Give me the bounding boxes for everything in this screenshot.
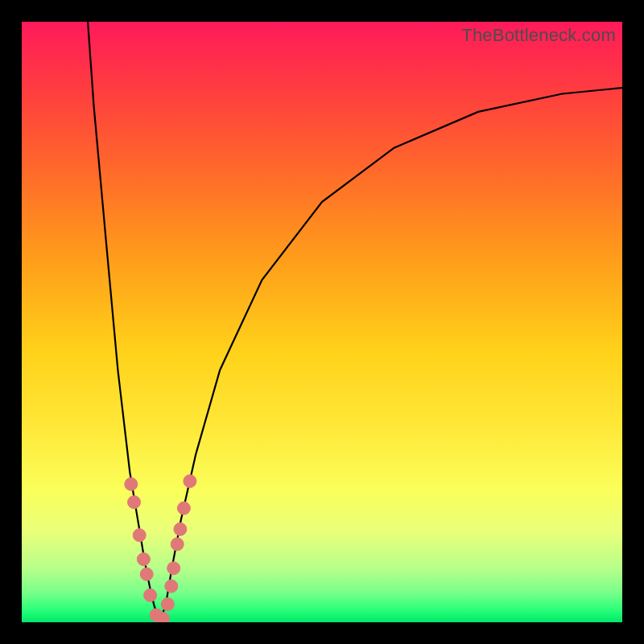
data-dot bbox=[174, 522, 187, 535]
data-dot bbox=[167, 562, 180, 575]
data-dots bbox=[125, 475, 196, 622]
right-branch-path bbox=[160, 88, 622, 622]
data-dot bbox=[128, 496, 141, 509]
data-dot bbox=[140, 568, 153, 580]
bottleneck-curve bbox=[22, 22, 622, 622]
data-dot bbox=[144, 588, 157, 601]
data-dot bbox=[171, 538, 184, 551]
chart-frame: TheBottleneck.com bbox=[0, 0, 644, 644]
data-dot bbox=[125, 477, 138, 490]
data-dot bbox=[137, 553, 150, 566]
data-dot bbox=[133, 529, 146, 542]
plot-area: TheBottleneck.com bbox=[22, 22, 622, 622]
watermark-text: TheBottleneck.com bbox=[461, 25, 616, 46]
data-dot bbox=[156, 613, 169, 623]
data-dot bbox=[150, 609, 163, 621]
data-dot bbox=[161, 598, 174, 611]
left-branch-path bbox=[88, 22, 160, 622]
data-dot bbox=[177, 502, 190, 514]
data-dot bbox=[165, 580, 178, 592]
curve-paths bbox=[88, 22, 622, 622]
data-dot bbox=[184, 475, 196, 488]
